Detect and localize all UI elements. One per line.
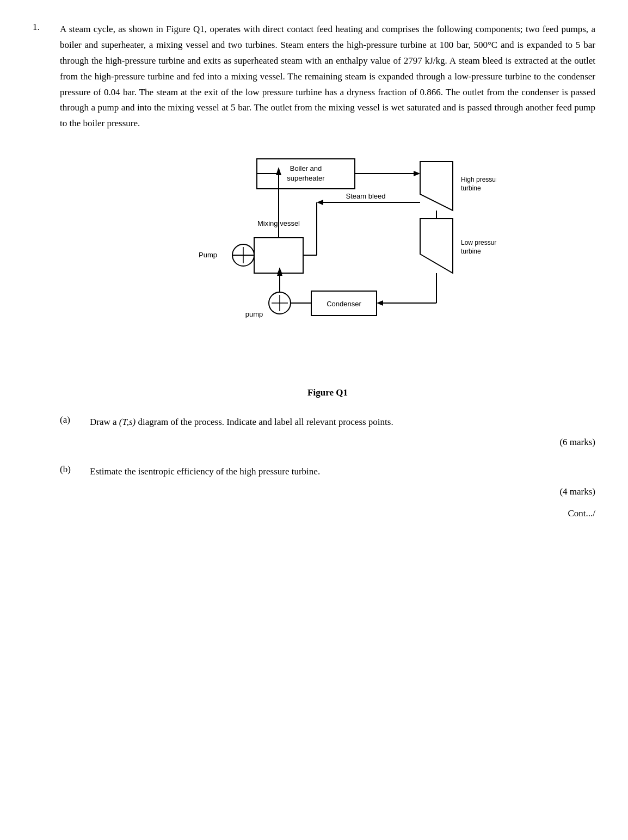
sub-question-a: (a) Draw a (T,s) diagram of the process.… (60, 415, 595, 448)
sub-body-b: Estimate the isentropic efficiency of th… (90, 464, 595, 497)
figure-caption: Figure Q1 (307, 387, 348, 398)
marks-b: (4 marks) (90, 486, 595, 497)
pump-label: Pump (199, 251, 217, 259)
sub-label-b: (b) (60, 464, 84, 497)
sub-ts-italic: (T,s) (119, 417, 136, 427)
svg-marker-5 (317, 200, 323, 205)
svg-marker-6 (420, 219, 453, 273)
sub-text-a-pre: Draw a (90, 417, 119, 427)
question-body: A steam cycle, as shown in Figure Q1, op… (60, 22, 595, 519)
steam-bleed-label: Steam bleed (346, 192, 386, 200)
diagram-svg: Boiler and superheater High pressure tur… (159, 148, 496, 382)
question-block: 1. A steam cycle, as shown in Figure Q1,… (33, 22, 595, 519)
boiler-label2: superheater (287, 174, 325, 182)
condenser-label: Condenser (327, 300, 361, 308)
sub-label-a: (a) (60, 415, 84, 448)
sub-text-a: Draw a (T,s) diagram of the process. Ind… (90, 415, 595, 430)
boiler-label1: Boiler and (290, 164, 322, 172)
svg-marker-3 (420, 162, 453, 211)
figure-container: Boiler and superheater High pressure tur… (60, 148, 595, 398)
hp-turbine-label2: turbine (461, 184, 481, 192)
sub-text-b: Estimate the isentropic efficiency of th… (90, 464, 595, 480)
hp-turbine-label1: High pressure (461, 176, 496, 183)
sub-text-a-post: diagram of the process. Indicate and lab… (136, 417, 393, 427)
sub-body-a: Draw a (T,s) diagram of the process. Ind… (90, 415, 595, 448)
sub-question-b: (b) Estimate the isentropic efficiency o… (60, 464, 595, 497)
cont: Cont.../ (60, 508, 595, 519)
question-number: 1. (33, 22, 60, 519)
pump2-label: pump (245, 310, 263, 318)
svg-rect-19 (254, 238, 303, 273)
question-text: A steam cycle, as shown in Figure Q1, op… (60, 22, 595, 132)
svg-marker-10 (377, 300, 383, 306)
svg-marker-2 (414, 171, 420, 176)
lp-turbine-label2: turbine (461, 248, 481, 255)
marks-a: (6 marks) (90, 437, 595, 448)
lp-turbine-label1: Low pressure (461, 239, 496, 246)
